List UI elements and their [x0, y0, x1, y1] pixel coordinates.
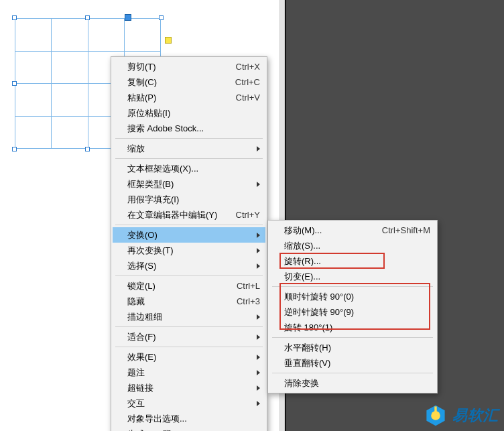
menu-separator [115, 347, 263, 347]
menu-item-label: 原位粘贴(I) [127, 107, 260, 119]
menu-item-label: 隐藏 [127, 296, 230, 308]
menu-item-transform[interactable]: 变换(O) [113, 227, 265, 243]
svg-point-1 [431, 411, 440, 420]
menu-separator [272, 373, 433, 373]
menu-item-edit-in-story[interactable]: 在文章编辑器中编辑(Y) Ctrl+Y [113, 207, 265, 223]
menu-item-interactive[interactable]: 交互 [113, 395, 265, 411]
submenu-item-rotate-ccw[interactable]: 逆时针旋转 90°(9) [269, 304, 436, 320]
selection-handle[interactable] [159, 15, 164, 20]
menu-item-fill-placeholder[interactable]: 用假字填充(I) [113, 192, 265, 207]
selection-handle[interactable] [12, 81, 17, 86]
menu-item-shortcut: Ctrl+L [237, 281, 260, 291]
selection-handle[interactable] [85, 147, 90, 151]
submenu-item-flip-h[interactable]: 水平翻转(H) [269, 340, 436, 355]
menu-item-label: 框架类型(B) [127, 178, 253, 190]
watermark-text: 易软汇 [452, 406, 499, 426]
menu-separator [115, 275, 263, 276]
menu-item-label: 超链接 [127, 382, 253, 394]
submenu-arrow-icon [257, 385, 260, 391]
object-anchor-icon[interactable] [125, 14, 131, 21]
transform-submenu: 移动(M)... Ctrl+Shift+M 缩放(S)... 旋转(R)... … [267, 220, 438, 393]
menu-item-paste[interactable]: 粘贴(P) Ctrl+V [113, 90, 265, 105]
menu-item-shortcut: Ctrl+Shift+M [382, 225, 430, 235]
menu-item-captions[interactable]: 题注 [113, 365, 265, 380]
menu-separator [115, 326, 263, 327]
submenu-arrow-icon [257, 355, 260, 360]
menu-separator [115, 138, 263, 139]
menu-item-text-frame-options[interactable]: 文本框架选项(X)... [113, 161, 265, 176]
menu-item-stroke-weight[interactable]: 描边粗细 [113, 309, 265, 324]
watermark-logo-icon [424, 404, 447, 427]
menu-item-shortcut: Ctrl+C [235, 77, 260, 87]
submenu-arrow-icon [257, 182, 260, 187]
menu-item-label: 逆时针旋转 90°(9) [284, 306, 430, 318]
menu-item-label: 旋转(R)... [284, 255, 430, 267]
submenu-item-move[interactable]: 移动(M)... Ctrl+Shift+M [269, 223, 436, 238]
menu-item-label: 效果(E) [127, 351, 253, 363]
submenu-arrow-icon [257, 370, 260, 375]
submenu-item-flip-v[interactable]: 垂直翻转(V) [269, 355, 436, 371]
menu-item-search-stock[interactable]: 搜索 Adobe Stock... [113, 121, 265, 136]
menu-item-effects[interactable]: 效果(E) [113, 349, 265, 365]
menu-item-copy[interactable]: 复制(C) Ctrl+C [113, 74, 265, 90]
menu-item-frame-type[interactable]: 框架类型(B) [113, 176, 265, 192]
selection-handle[interactable] [85, 15, 90, 20]
selection-handle[interactable] [12, 147, 17, 151]
menu-item-label: 文本框架选项(X)... [127, 163, 260, 175]
menu-item-label: 切变(E)... [284, 271, 430, 283]
menu-item-cut[interactable]: 剪切(T) Ctrl+X [113, 59, 265, 74]
submenu-item-clear[interactable]: 清除变换 [269, 375, 436, 391]
svg-rect-2 [434, 406, 436, 412]
menu-item-label: 旋转 180°(1) [284, 322, 430, 334]
menu-item-label: 在文章编辑器中编辑(Y) [127, 209, 229, 221]
menu-item-lock[interactable]: 锁定(L) Ctrl+L [113, 278, 265, 294]
menu-item-paste-in-place[interactable]: 原位粘贴(I) [113, 105, 265, 121]
submenu-item-shear[interactable]: 切变(E)... [269, 269, 436, 284]
menu-item-zoom[interactable]: 缩放 [113, 141, 265, 156]
menu-item-label: 粘贴(P) [127, 92, 229, 104]
menu-item-select[interactable]: 选择(S) [113, 258, 265, 273]
live-corner-icon[interactable] [165, 37, 172, 44]
submenu-arrow-icon [257, 401, 260, 406]
submenu-item-rotate-180[interactable]: 旋转 180°(1) [269, 320, 436, 335]
menu-item-shortcut: Ctrl+3 [237, 296, 260, 306]
menu-item-transform-again[interactable]: 再次变换(T) [113, 243, 265, 258]
menu-item-label: 剪切(T) [127, 61, 229, 73]
submenu-arrow-icon [257, 233, 260, 238]
menu-item-label: 生成 QR 码... [127, 428, 260, 432]
menu-item-shortcut: Ctrl+X [236, 62, 260, 72]
menu-item-label: 再次变换(T) [127, 245, 253, 257]
context-menu: 剪切(T) Ctrl+X 复制(C) Ctrl+C 粘贴(P) Ctrl+V 原… [111, 56, 267, 431]
menu-separator [115, 225, 263, 225]
menu-item-label: 缩放(S)... [284, 240, 430, 252]
submenu-arrow-icon [257, 146, 260, 151]
menu-separator [115, 158, 263, 159]
submenu-arrow-icon [257, 314, 260, 320]
submenu-item-scale[interactable]: 缩放(S)... [269, 238, 436, 253]
submenu-item-rotate[interactable]: 旋转(R)... [269, 253, 436, 269]
menu-item-label: 交互 [127, 397, 253, 410]
submenu-arrow-icon [257, 263, 260, 269]
menu-item-label: 移动(M)... [284, 225, 375, 237]
menu-item-hyperlinks[interactable]: 超链接 [113, 380, 265, 395]
menu-item-label: 锁定(L) [127, 280, 230, 292]
watermark: 易软汇 [424, 404, 499, 427]
menu-item-label: 顺时针旋转 90°(0) [284, 291, 430, 303]
menu-item-label: 水平翻转(H) [284, 342, 430, 354]
menu-item-generate-qr[interactable]: 生成 QR 码... [113, 426, 265, 431]
menu-separator [272, 337, 433, 338]
menu-item-fit[interactable]: 适合(F) [113, 329, 265, 345]
menu-item-label: 选择(S) [127, 260, 253, 272]
menu-item-label: 垂直翻转(V) [284, 357, 430, 369]
menu-item-shortcut: Ctrl+Y [236, 210, 260, 220]
submenu-arrow-icon [257, 248, 260, 253]
menu-item-label: 搜索 Adobe Stock... [127, 123, 260, 135]
submenu-item-rotate-cw[interactable]: 顺时针旋转 90°(0) [269, 289, 436, 304]
menu-item-label: 变换(O) [127, 229, 253, 241]
selection-handle[interactable] [12, 15, 17, 20]
menu-item-hide[interactable]: 隐藏 Ctrl+3 [113, 294, 265, 309]
menu-separator [272, 286, 433, 287]
menu-item-shortcut: Ctrl+V [236, 93, 260, 103]
menu-item-object-export[interactable]: 对象导出选项... [113, 411, 265, 426]
menu-item-label: 适合(F) [127, 331, 253, 343]
